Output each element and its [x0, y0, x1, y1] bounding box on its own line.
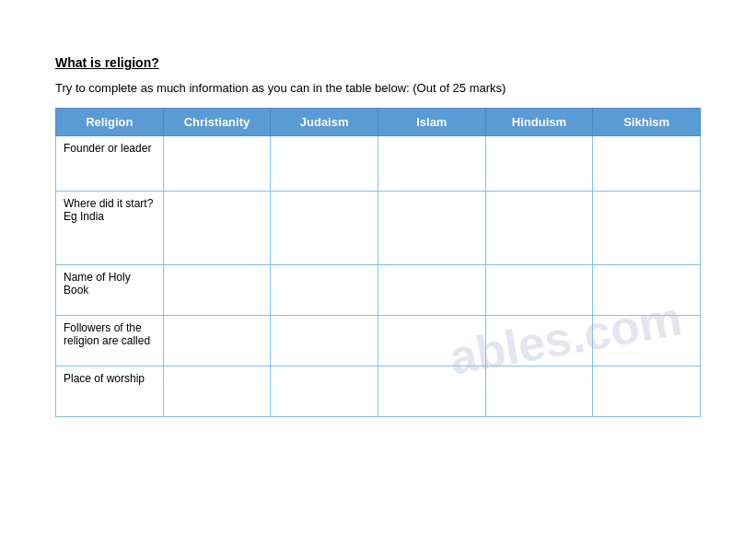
cell-islam-followers[interactable] — [378, 316, 485, 366]
header-judaism: Judaism — [271, 109, 378, 136]
header-hinduism: Hinduism — [485, 109, 593, 136]
cell-islam-where[interactable] — [378, 192, 485, 265]
row-label-followers: Followers of the religion are called — [56, 316, 164, 366]
row-label-holybook: Name of Holy Book — [56, 265, 164, 316]
cell-christianity-followers[interactable] — [163, 316, 271, 366]
cell-hinduism-founder[interactable] — [485, 136, 593, 192]
cell-judaism-followers[interactable] — [271, 316, 378, 366]
cell-judaism-holybook[interactable] — [271, 265, 378, 316]
cell-islam-holybook[interactable] — [378, 265, 485, 316]
table-row: Followers of the religion are called — [56, 316, 701, 366]
cell-christianity-holybook[interactable] — [163, 265, 271, 316]
table-row: Name of Holy Book — [56, 265, 701, 316]
header-religion: Religion — [56, 109, 164, 136]
table-row: Place of worship — [56, 366, 701, 417]
cell-sikhism-where[interactable] — [593, 192, 701, 265]
page-container: What is religion? Try to complete as muc… — [0, 0, 756, 454]
cell-christianity-founder[interactable] — [163, 136, 271, 192]
cell-hinduism-followers[interactable] — [485, 316, 593, 366]
cell-sikhism-worship[interactable] — [593, 366, 701, 417]
cell-sikhism-holybook[interactable] — [593, 265, 701, 316]
table-header-row: Religion Christianity Judaism Islam Hind… — [56, 109, 701, 136]
cell-judaism-founder[interactable] — [271, 136, 378, 192]
table-row: Founder or leader — [56, 136, 701, 192]
cell-hinduism-holybook[interactable] — [485, 265, 593, 316]
header-sikhism: Sikhism — [593, 109, 701, 136]
cell-islam-founder[interactable] — [378, 136, 485, 192]
page-subtitle: Try to complete as much information as y… — [55, 81, 701, 95]
cell-christianity-worship[interactable] — [163, 366, 271, 417]
header-christianity: Christianity — [163, 109, 271, 136]
cell-hinduism-worship[interactable] — [485, 366, 593, 417]
cell-sikhism-followers[interactable] — [593, 316, 701, 366]
row-label-founder: Founder or leader — [56, 136, 164, 192]
row-label-worship: Place of worship — [56, 366, 164, 417]
row-label-where: Where did it start? Eg India — [56, 192, 164, 265]
header-islam: Islam — [378, 109, 485, 136]
cell-judaism-worship[interactable] — [271, 366, 378, 417]
cell-sikhism-founder[interactable] — [593, 136, 701, 192]
religion-table: Religion Christianity Judaism Islam Hind… — [55, 108, 701, 417]
cell-hinduism-where[interactable] — [485, 192, 593, 265]
cell-islam-worship[interactable] — [378, 366, 485, 417]
page-title: What is religion? — [55, 55, 701, 70]
cell-judaism-where[interactable] — [271, 192, 378, 265]
cell-christianity-where[interactable] — [163, 192, 271, 265]
table-row: Where did it start? Eg India — [56, 192, 701, 265]
